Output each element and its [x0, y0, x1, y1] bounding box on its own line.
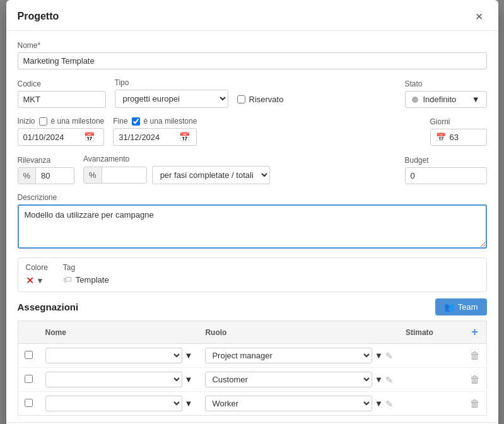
nome-input[interactable]: [18, 52, 487, 69]
table-row: ▼ Project manager Customer Worker ▼: [18, 344, 486, 368]
project-modal: Progetto × Nome* Codice Tipo progetti eu…: [6, 0, 498, 424]
nome-row: Nome*: [18, 41, 487, 69]
row3-nome-wrap: ▼: [45, 396, 193, 411]
inizio-label: Inizio è una milestone: [18, 117, 105, 126]
assegnazioni-tbody: ▼ Project manager Customer Worker ▼: [18, 344, 486, 416]
row2-edit-icon[interactable]: ✎: [385, 375, 393, 385]
row3-edit-icon[interactable]: ✎: [385, 399, 393, 409]
descrizione-textarea[interactable]: Modello da utilizzare per campagne: [18, 204, 487, 249]
row3-check-cell: [18, 392, 39, 416]
row2-delete-icon[interactable]: 🗑: [470, 374, 480, 385]
tag-group: Tag 🏷 Template: [63, 263, 479, 285]
rilevanza-avanzamento-row: Rilevanza % Avanzamento % per fasi compl…: [18, 155, 487, 184]
row3-checkbox[interactable]: [25, 399, 33, 407]
riservato-group: Riservato: [237, 95, 284, 108]
assegnazioni-table: Nome Ruolo Stimato +: [18, 321, 487, 416]
row1-check-cell: [18, 344, 39, 368]
colore-group: Colore ✕ ▼: [26, 263, 48, 286]
giorni-input[interactable]: [450, 132, 481, 142]
row2-ruolo-select[interactable]: Project manager Customer Worker: [205, 372, 372, 387]
inizio-calendar-icon[interactable]: 📅: [84, 132, 95, 142]
nome-group: Nome*: [18, 41, 487, 69]
codice-input[interactable]: [18, 91, 106, 108]
colore-x-icon[interactable]: ✕: [26, 274, 34, 286]
avanzamento-label: Avanzamento: [83, 155, 396, 163]
assegnazioni-thead: Nome Ruolo Stimato +: [18, 321, 486, 344]
rilevanza-prefix: %: [18, 168, 37, 184]
fine-group: Fine è una milestone 📅: [113, 117, 197, 146]
row1-ruolo-select[interactable]: Project manager Customer Worker: [205, 348, 372, 363]
colore-label: Colore: [26, 263, 48, 272]
row1-edit-icon[interactable]: ✎: [385, 351, 393, 361]
fine-calendar-icon[interactable]: 📅: [179, 132, 190, 142]
row3-ruolo-select[interactable]: Project manager Customer Worker: [205, 396, 372, 411]
row2-nome-chevron-icon: ▼: [185, 375, 193, 384]
avanzamento-prefix: %: [84, 167, 102, 183]
th-ruolo: Ruolo: [199, 321, 399, 344]
row3-delete-icon[interactable]: 🗑: [470, 398, 480, 409]
stato-text: Indefinito: [423, 95, 467, 104]
tipo-label: Tipo: [115, 78, 228, 87]
row1-del-cell: 🗑: [464, 344, 487, 368]
rilevanza-label: Rilevanza: [18, 156, 75, 165]
assegnazioni-section: Assegnazioni 👥 Team Nome Ruolo Stimato +: [18, 298, 487, 416]
row3-nome-cell: ▼: [39, 392, 199, 416]
team-button[interactable]: 👥 Team: [435, 298, 487, 315]
row1-nome-chevron-icon: ▼: [185, 351, 193, 360]
rilevanza-wrap: %: [18, 167, 75, 184]
budget-input[interactable]: [405, 167, 487, 184]
rilevanza-input[interactable]: [36, 168, 74, 184]
avanzamento-input[interactable]: [102, 167, 146, 183]
close-button[interactable]: ×: [472, 9, 487, 24]
avanzamento-wrap: %: [83, 167, 147, 184]
stato-label: Stato: [405, 80, 487, 88]
riservato-checkbox[interactable]: [237, 95, 245, 103]
row2-stimato-cell: [399, 368, 464, 392]
assegnazioni-header: Assegnazioni 👥 Team: [18, 298, 487, 315]
colore-chevron-icon[interactable]: ▼: [37, 276, 44, 285]
descrizione-label: Descrizione: [18, 193, 487, 202]
row1-stimato-cell: [399, 344, 464, 368]
stato-selector[interactable]: Indefinito ▼: [405, 91, 487, 108]
th-add-button[interactable]: +: [464, 321, 487, 344]
giorni-label: Giorni: [430, 117, 487, 126]
avanzamento-select[interactable]: per fasi completate / totali manuale aut…: [152, 166, 270, 184]
codice-tipo-row: Codice Tipo progetti europei progetti it…: [18, 78, 487, 108]
tipo-select[interactable]: progetti europei progetti italiani altri: [115, 90, 228, 108]
rilevanza-group: Rilevanza %: [18, 156, 75, 184]
stato-dot: [412, 97, 418, 103]
th-stimato: Stimato: [399, 321, 464, 344]
th-check: [18, 321, 39, 344]
row2-ruolo-chevron-icon: ▼: [375, 375, 383, 384]
stato-chevron-icon: ▼: [472, 95, 480, 104]
row2-nome-select[interactable]: [45, 372, 182, 387]
row3-nome-select[interactable]: [45, 396, 182, 411]
codice-group: Codice: [18, 80, 106, 108]
row2-ruolo-wrap: Project manager Customer Worker ▼ ✎: [205, 372, 392, 387]
row1-ruolo-cell: Project manager Customer Worker ▼ ✎: [199, 344, 399, 368]
row2-del-cell: 🗑: [464, 368, 487, 392]
row2-ruolo-cell: Project manager Customer Worker ▼ ✎: [199, 368, 399, 392]
row1-checkbox[interactable]: [25, 351, 33, 359]
tipo-group: Tipo progetti europei progetti italiani …: [115, 78, 228, 108]
fine-milestone-checkbox[interactable]: [132, 117, 140, 126]
budget-wrap: [405, 167, 487, 184]
row3-del-cell: 🗑: [464, 392, 487, 416]
modal-header: Progetto ×: [6, 0, 498, 31]
table-row: ▼ Project manager Customer Worker ▼: [18, 392, 486, 416]
inizio-milestone-checkbox[interactable]: [39, 117, 47, 126]
row2-check-cell: [18, 368, 39, 392]
team-icon: 👥: [444, 302, 454, 312]
fine-label: Fine è una milestone: [113, 117, 197, 126]
inizio-date-input[interactable]: [23, 132, 80, 142]
modal-title: Progetto: [18, 11, 59, 22]
date-row: Inizio è una milestone 📅 Fine è una mile…: [18, 117, 487, 146]
row2-nome-wrap: ▼: [45, 372, 193, 387]
row1-nome-select[interactable]: [45, 348, 182, 363]
fine-date-input[interactable]: [119, 132, 175, 142]
team-btn-label: Team: [458, 302, 478, 312]
row2-checkbox[interactable]: [25, 375, 33, 383]
modal-body: Nome* Codice Tipo progetti europei proge…: [6, 31, 498, 422]
row1-delete-icon[interactable]: 🗑: [470, 350, 480, 361]
giorni-group: Giorni 📅: [430, 117, 487, 146]
